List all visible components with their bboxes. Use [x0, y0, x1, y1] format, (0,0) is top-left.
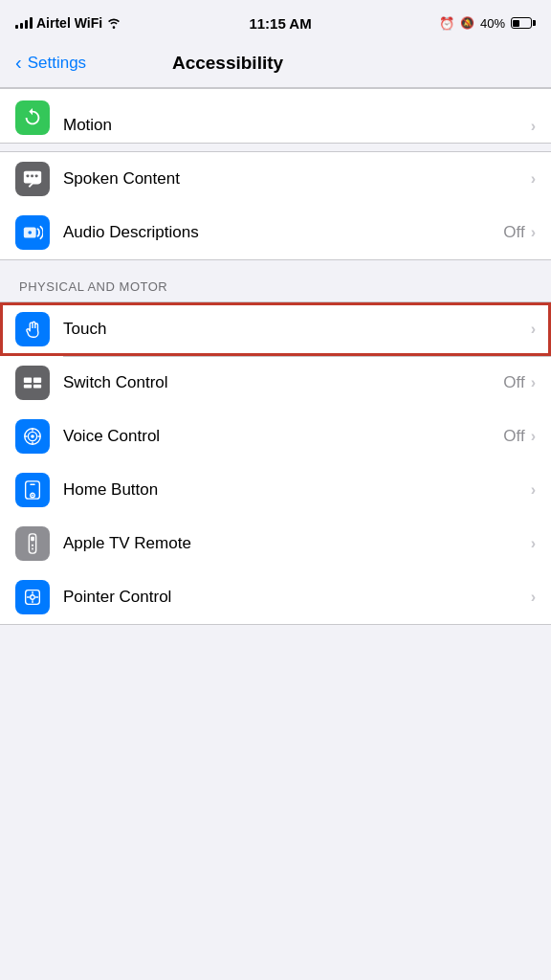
- svg-point-22: [31, 595, 35, 600]
- motion-svg-icon: [22, 107, 43, 128]
- audio-descriptions-icon: [15, 215, 50, 250]
- wifi-icon: [106, 17, 121, 29]
- status-right: ⏰ 🔕 40%: [439, 16, 536, 31]
- voice-control-label: Voice Control: [63, 427, 503, 446]
- apple-tv-remote-chevron: ›: [531, 535, 536, 552]
- motion-icon: [15, 100, 50, 135]
- settings-item-spoken-content[interactable]: Spoken Content ›: [0, 152, 551, 206]
- spoken-content-label: Spoken Content: [63, 169, 531, 189]
- pointer-control-chevron: ›: [531, 589, 536, 606]
- touch-icon: [15, 312, 50, 346]
- voice-control-icon: [15, 419, 50, 454]
- home-button-label: Home Button: [63, 480, 531, 500]
- home-button-icon: [15, 473, 50, 507]
- audio-descriptions-chevron: ›: [531, 224, 536, 241]
- group2-list: Touch › Switch Control Off ›: [0, 301, 551, 625]
- battery-percent: 40%: [480, 16, 505, 31]
- content: Motion › Spoken Content ›: [0, 88, 551, 625]
- svg-point-5: [28, 231, 32, 234]
- settings-item-voice-control[interactable]: Voice Control Off ›: [0, 410, 551, 463]
- home-button-chevron: ›: [531, 481, 536, 499]
- pointer-control-label: Pointer Control: [63, 588, 531, 607]
- switch-control-svg-icon: [22, 372, 43, 393]
- status-bar: Airtel WiFi 11:15 AM ⏰ 🔕 40%: [0, 0, 551, 42]
- svg-rect-7: [33, 378, 41, 384]
- svg-rect-9: [33, 385, 41, 389]
- pointer-control-icon: [15, 580, 50, 614]
- voice-control-value: Off: [503, 427, 524, 446]
- hand-icon: [22, 319, 43, 340]
- settings-item-motion[interactable]: Motion ›: [0, 89, 551, 143]
- battery-icon: [511, 17, 536, 29]
- silent-icon: 🔕: [460, 16, 474, 30]
- group-physical-motor: Touch › Switch Control Off ›: [0, 301, 551, 625]
- svg-rect-16: [30, 484, 35, 485]
- svg-rect-3: [35, 174, 38, 177]
- spoken-content-icon: [15, 162, 50, 196]
- spoken-content-chevron: ›: [531, 170, 536, 188]
- section-header-physical: PHYSICAL AND MOTOR: [0, 260, 551, 301]
- svg-point-15: [32, 495, 33, 497]
- svg-point-19: [32, 545, 33, 546]
- touch-label: Touch: [63, 320, 531, 339]
- switch-control-value: Off: [503, 373, 524, 392]
- voice-control-chevron: ›: [531, 428, 536, 445]
- switch-control-chevron: ›: [531, 374, 536, 391]
- settings-item-home-button[interactable]: Home Button ›: [0, 463, 551, 517]
- motion-label: Motion: [63, 116, 531, 135]
- pointer-svg-icon: [22, 587, 43, 608]
- apple-tv-remote-label: Apple TV Remote: [63, 534, 531, 553]
- speech-bubble-icon: [22, 168, 43, 189]
- signal-icon: [15, 17, 33, 29]
- nav-bar: ‹ Settings Accessibility: [0, 42, 551, 88]
- page-title: Accessibility: [15, 53, 440, 74]
- alarm-icon: ⏰: [439, 16, 454, 31]
- svg-point-20: [32, 548, 33, 550]
- switch-control-icon: [15, 366, 50, 400]
- svg-rect-2: [31, 174, 33, 177]
- svg-rect-18: [31, 537, 34, 542]
- carrier-label: Airtel WiFi: [36, 15, 102, 31]
- apple-tv-remote-icon: [15, 526, 50, 561]
- status-carrier-wifi: Airtel WiFi: [15, 15, 121, 31]
- voice-control-svg-icon: [22, 426, 43, 447]
- audio-descriptions-label: Audio Descriptions: [63, 223, 503, 242]
- switch-control-label: Switch Control: [63, 373, 503, 392]
- settings-item-apple-tv-remote[interactable]: Apple TV Remote ›: [0, 517, 551, 570]
- svg-rect-1: [27, 174, 30, 177]
- settings-item-switch-control[interactable]: Switch Control Off ›: [0, 356, 551, 410]
- group-vision-hearing: Spoken Content › Audio Descriptions Off …: [0, 151, 551, 260]
- svg-rect-8: [24, 385, 32, 389]
- partial-group: Motion ›: [0, 88, 551, 144]
- group1-list: Spoken Content › Audio Descriptions Off …: [0, 151, 551, 260]
- svg-rect-6: [24, 378, 32, 384]
- motion-chevron: ›: [531, 118, 536, 135]
- touch-chevron: ›: [531, 321, 536, 338]
- audio-descriptions-value: Off: [503, 223, 524, 242]
- svg-point-12: [31, 434, 34, 438]
- home-button-svg-icon: [22, 479, 43, 501]
- settings-item-touch[interactable]: Touch ›: [0, 302, 551, 356]
- settings-item-audio-descriptions[interactable]: Audio Descriptions Off ›: [0, 206, 551, 259]
- remote-svg-icon: [22, 533, 43, 554]
- status-time: 11:15 AM: [249, 15, 311, 32]
- settings-item-pointer-control[interactable]: Pointer Control ›: [0, 570, 551, 624]
- audio-desc-svg-icon: [22, 222, 43, 243]
